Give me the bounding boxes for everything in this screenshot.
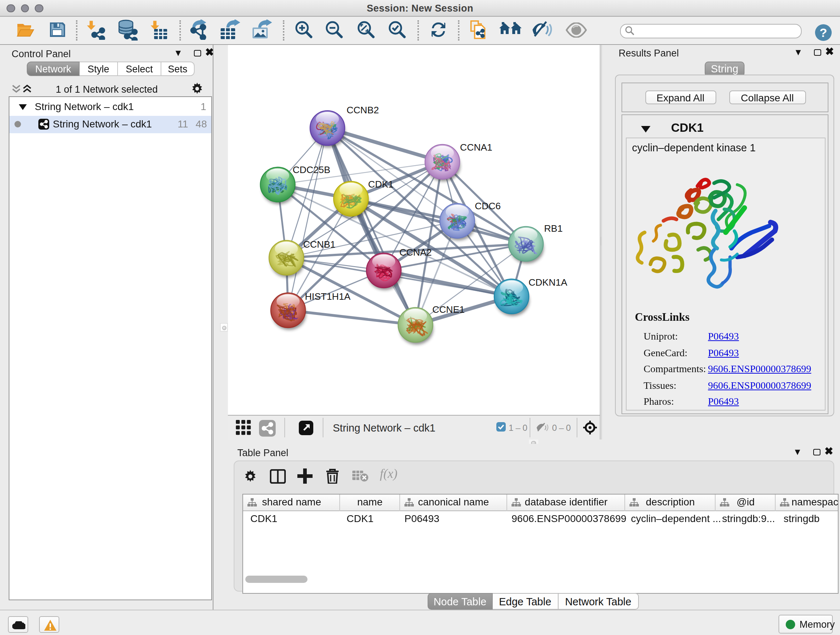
svg-text:CCNB1: CCNB1	[303, 239, 335, 250]
svg-text:CDC25B: CDC25B	[293, 165, 330, 175]
svg-text:?: ?	[820, 25, 827, 39]
svg-text:CDK1: CDK1	[368, 179, 393, 190]
svg-text:HIST1H1A: HIST1H1A	[305, 291, 351, 302]
svg-text:CDKN1A: CDKN1A	[529, 277, 567, 288]
svg-text:CCNB2: CCNB2	[347, 105, 379, 116]
svg-text:CCNE1: CCNE1	[432, 304, 464, 315]
svg-text:CCNA1: CCNA1	[460, 142, 493, 153]
svg-text:CCNA2: CCNA2	[399, 247, 431, 258]
svg-text:CDC6: CDC6	[475, 201, 501, 211]
svg-text:RB1: RB1	[544, 223, 562, 234]
